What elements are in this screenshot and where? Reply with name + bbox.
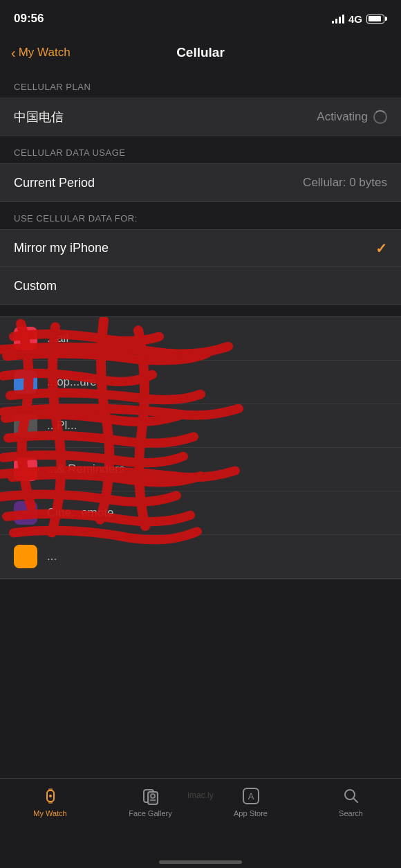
app-row-4[interactable]: ...& Reminders bbox=[0, 448, 401, 491]
app-label-4: ...& Reminders bbox=[47, 462, 124, 476]
app-row-5[interactable]: Cine...emote bbox=[0, 491, 401, 535]
svg-text:A: A bbox=[248, 791, 254, 802]
app-icon-2 bbox=[14, 370, 37, 394]
cellular-plan-row[interactable]: 中国电信 Activating bbox=[0, 98, 401, 136]
loading-spinner-icon bbox=[373, 110, 387, 124]
current-period-row[interactable]: Current Period Cellular: 0 bytes bbox=[0, 164, 401, 201]
current-period-value: Cellular: 0 bytes bbox=[303, 176, 387, 190]
page-title: Cellular bbox=[176, 45, 225, 60]
app-row-3[interactable]: ...Pl... bbox=[0, 404, 401, 448]
app-row-2[interactable]: ...op...ure bbox=[0, 361, 401, 404]
custom-row[interactable]: Custom bbox=[0, 267, 401, 305]
app-label-6: ... bbox=[47, 550, 57, 563]
apps-card: ...ail ...op...ure ...Pl... ...& Reminde… bbox=[0, 316, 401, 579]
tab-search-label: Search bbox=[339, 809, 363, 817]
use-cellular-for-label: USE CELLULAR DATA FOR: bbox=[0, 202, 401, 229]
status-time: 09:56 bbox=[14, 12, 44, 26]
use-cellular-for-section: USE CELLULAR DATA FOR: Mirror my iPhone … bbox=[0, 202, 401, 305]
tab-app-store[interactable]: A App Store bbox=[200, 786, 301, 817]
app-label-1: ...ail bbox=[47, 332, 68, 345]
face-gallery-icon bbox=[140, 786, 161, 806]
app-icon-3 bbox=[14, 414, 37, 437]
tab-face-gallery-label: Face Gallery bbox=[129, 809, 171, 817]
svg-line-11 bbox=[353, 798, 357, 802]
back-chevron-icon: ‹ bbox=[11, 45, 16, 61]
back-button[interactable]: ‹ My Watch bbox=[11, 45, 71, 61]
my-watch-icon bbox=[40, 786, 61, 806]
svg-rect-2 bbox=[48, 801, 53, 804]
app-store-icon: A bbox=[241, 786, 261, 806]
app-row-6[interactable]: ... bbox=[0, 535, 401, 579]
tab-face-gallery[interactable]: Face Gallery bbox=[100, 786, 200, 817]
carrier-name: 中国电信 bbox=[14, 109, 64, 125]
app-icon-4 bbox=[14, 458, 37, 481]
mirror-iphone-label: Mirror my iPhone bbox=[14, 241, 109, 255]
search-icon bbox=[341, 786, 362, 806]
status-bar: 09:56 4G bbox=[0, 0, 401, 35]
cellular-data-usage-label: CELLULAR DATA USAGE bbox=[0, 136, 401, 163]
app-icon-1 bbox=[14, 327, 37, 350]
custom-label: Custom bbox=[14, 279, 57, 293]
signal-bars-icon bbox=[332, 14, 344, 24]
apps-section: ...ail ...op...ure ...Pl... ...& Reminde… bbox=[0, 316, 401, 579]
app-icon-6 bbox=[14, 545, 37, 568]
cellular-data-usage-card: Current Period Cellular: 0 bytes bbox=[0, 163, 401, 202]
nav-bar: ‹ My Watch Cellular bbox=[0, 35, 401, 71]
back-label: My Watch bbox=[19, 46, 71, 60]
tab-my-watch-label: My Watch bbox=[33, 809, 67, 817]
status-right: 4G bbox=[332, 13, 387, 25]
svg-point-3 bbox=[49, 795, 52, 797]
app-row-1[interactable]: ...ail bbox=[0, 317, 401, 361]
cellular-plan-card: 中国电信 Activating bbox=[0, 98, 401, 136]
watermark: imac.ly bbox=[187, 790, 213, 800]
app-icon-5 bbox=[14, 501, 37, 525]
activation-status: Activating bbox=[317, 110, 387, 124]
tab-my-watch[interactable]: My Watch bbox=[0, 786, 100, 817]
use-cellular-for-card: Mirror my iPhone ✓ Custom bbox=[0, 229, 401, 305]
cellular-plan-section: CELLULAR PLAN 中国电信 Activating bbox=[0, 71, 401, 136]
battery-icon bbox=[366, 15, 387, 24]
cellular-plan-label: CELLULAR PLAN bbox=[0, 71, 401, 98]
cellular-data-usage-section: CELLULAR DATA USAGE Current Period Cellu… bbox=[0, 136, 401, 202]
current-period-label: Current Period bbox=[14, 176, 95, 190]
checkmark-icon: ✓ bbox=[375, 240, 387, 257]
home-indicator bbox=[159, 860, 242, 864]
network-label: 4G bbox=[348, 13, 362, 25]
tab-app-store-label: App Store bbox=[234, 809, 268, 817]
app-label-3: ...Pl... bbox=[47, 419, 77, 433]
app-label-5: Cine...emote bbox=[47, 506, 113, 520]
app-label-2: ...op...ure bbox=[47, 375, 97, 389]
activating-label: Activating bbox=[317, 110, 368, 124]
mirror-iphone-row[interactable]: Mirror my iPhone ✓ bbox=[0, 230, 401, 267]
tab-search[interactable]: Search bbox=[301, 786, 401, 817]
svg-rect-1 bbox=[48, 788, 53, 791]
